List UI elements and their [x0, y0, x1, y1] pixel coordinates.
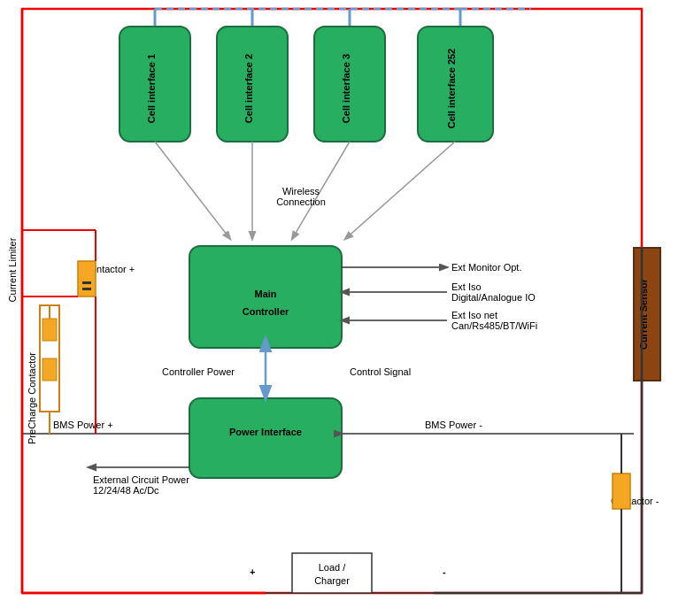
svg-rect-74: [613, 474, 630, 509]
svg-text:Ext Iso: Ext Iso: [451, 281, 482, 292]
svg-text:PreCharge Contactor: PreCharge Contactor: [27, 352, 37, 444]
svg-rect-63: [82, 281, 91, 284]
svg-text:Ext Iso net: Ext Iso net: [451, 310, 497, 320]
svg-rect-67: [42, 358, 57, 381]
svg-rect-24: [189, 398, 342, 478]
svg-text:Load /: Load /: [319, 562, 347, 573]
svg-text:Current Sensor: Current Sensor: [638, 278, 649, 350]
svg-text:-: -: [443, 566, 446, 577]
svg-text:Controller: Controller: [243, 306, 289, 317]
svg-text:Cell interface 2: Cell interface 2: [243, 54, 254, 123]
svg-line-18: [345, 142, 455, 239]
svg-line-15: [155, 142, 230, 239]
svg-text:+: +: [250, 566, 255, 577]
svg-rect-62: [78, 261, 96, 296]
svg-text:12/24/48 Ac/Dc: 12/24/48 Ac/Dc: [93, 485, 159, 496]
svg-text:Ext Monitor Opt.: Ext Monitor Opt.: [451, 262, 521, 273]
diagram-container: Cell interface 1 Cell interface 2 Cell i…: [0, 0, 686, 616]
svg-rect-50: [292, 553, 372, 593]
svg-text:Cell interface 252: Cell interface 252: [446, 49, 457, 129]
svg-text:Cell interface 1: Cell interface 1: [146, 54, 157, 123]
svg-text:Cell interface 3: Cell interface 3: [341, 54, 351, 123]
svg-text:Control Signal: Control Signal: [350, 366, 411, 377]
svg-text:External Circuit Power: External Circuit Power: [93, 474, 189, 485]
svg-text:Charger: Charger: [314, 575, 350, 586]
svg-rect-66: [42, 319, 57, 341]
svg-text:Current Limiter: Current Limiter: [7, 237, 18, 302]
svg-text:Digital/Analogue IO: Digital/Analogue IO: [451, 292, 536, 303]
svg-rect-64: [82, 288, 91, 290]
svg-text:Main: Main: [254, 289, 276, 299]
svg-text:BMS Power -: BMS Power -: [425, 420, 482, 430]
svg-text:Power Interface: Power Interface: [229, 427, 302, 437]
svg-text:Can/Rs485/BT/WiFi: Can/Rs485/BT/WiFi: [451, 320, 537, 331]
svg-text:Wireless: Wireless: [282, 186, 320, 196]
svg-text:Connection: Connection: [276, 196, 326, 207]
svg-text:Controller Power: Controller Power: [162, 366, 235, 377]
svg-text:BMS Power +: BMS Power +: [53, 420, 113, 430]
